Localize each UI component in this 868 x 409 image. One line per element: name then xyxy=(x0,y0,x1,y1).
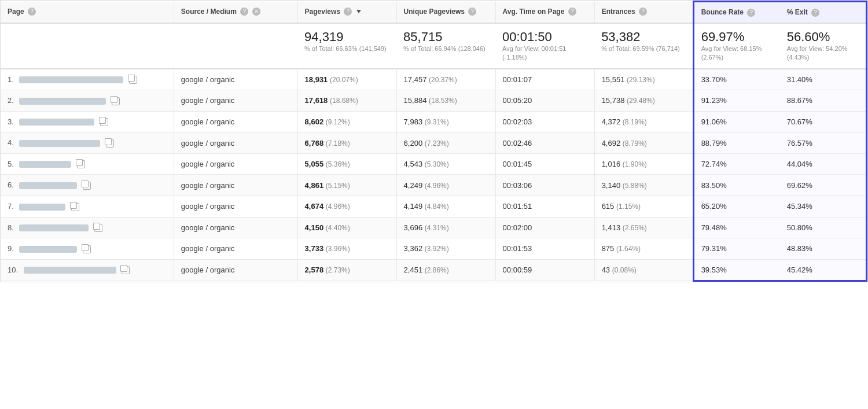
cell-unique: 3,696 (4.31%) xyxy=(396,217,495,238)
cell-entrances: 15,551 (29.13%) xyxy=(594,69,693,90)
cell-page: 5. xyxy=(1,153,174,175)
page-url-blurred[interactable] xyxy=(19,246,77,253)
cell-source: google / organic xyxy=(174,111,297,132)
copy-url-icon[interactable] xyxy=(83,245,91,253)
unique-pct: (4.96%) xyxy=(425,182,449,190)
unique-value: 3,362 xyxy=(404,244,423,253)
pageviews-value: 4,861 xyxy=(305,181,324,190)
pageviews-pct: (9.12%) xyxy=(326,118,350,126)
exit-help-icon[interactable]: ? xyxy=(811,9,819,17)
page-url-blurred[interactable] xyxy=(19,119,94,126)
source-close-icon[interactable]: ✕ xyxy=(252,8,260,16)
cell-exit: 50.80% xyxy=(780,217,867,238)
totals-avgtime-sub: Avg for View: 00:01:51 (-1.18%) xyxy=(502,45,587,62)
bounce-help-icon[interactable]: ? xyxy=(747,9,755,17)
pageviews-pct: (5.15%) xyxy=(326,182,350,190)
page-url-blurred[interactable] xyxy=(19,224,89,231)
unique-value: 17,457 xyxy=(404,75,427,84)
pageviews-sort-icon[interactable] xyxy=(356,10,361,13)
cell-entrances: 1,413 (2.65%) xyxy=(594,217,693,238)
copy-url-icon[interactable] xyxy=(83,182,91,190)
entrances-pct: (8.19%) xyxy=(623,118,647,126)
page-url-blurred[interactable] xyxy=(19,140,100,147)
totals-unique-value: 85,715 xyxy=(403,30,488,45)
row-number: 1. xyxy=(8,75,14,84)
cell-exit: 70.67% xyxy=(780,111,867,132)
col-header-source: Source / Medium ? ✕ xyxy=(174,2,297,23)
totals-source-cell xyxy=(174,23,297,69)
pageviews-value: 2,578 xyxy=(305,266,324,274)
cell-bounce: 39.53% xyxy=(693,259,780,281)
col-header-pct-exit: % Exit ? xyxy=(780,2,867,23)
page-url-blurred[interactable] xyxy=(19,161,71,168)
cell-pageviews: 3,733 (3.96%) xyxy=(297,238,396,260)
pageviews-value: 3,733 xyxy=(305,244,324,253)
entrances-value: 875 xyxy=(602,244,615,253)
cell-bounce: 65.20% xyxy=(693,196,780,217)
cell-bounce: 91.23% xyxy=(693,90,780,112)
avgtime-help-icon[interactable]: ? xyxy=(568,8,576,16)
cell-pageviews: 6,768 (7.18%) xyxy=(297,132,396,154)
table-row: 4. google / organic 6,768 (7.18%) 6,200 … xyxy=(1,132,867,154)
totals-bounce-cell: 69.97% Avg for View: 68.15% (2.67%) xyxy=(693,23,780,69)
table-row: 6. google / organic 4,861 (5.15%) 4,249 … xyxy=(1,175,867,196)
entrances-pct: (29.48%) xyxy=(627,97,655,105)
cell-source: google / organic xyxy=(174,217,297,238)
cell-source: google / organic xyxy=(174,259,297,281)
page-url-blurred[interactable] xyxy=(19,98,106,105)
cell-bounce: 79.31% xyxy=(693,238,780,260)
entrances-value: 615 xyxy=(602,202,615,211)
unique-pct: (18.53%) xyxy=(429,97,457,105)
cell-exit: 69.62% xyxy=(780,175,867,196)
page-url-blurred[interactable] xyxy=(19,76,123,83)
copy-url-icon[interactable] xyxy=(71,203,79,211)
cell-pageviews: 4,150 (4.40%) xyxy=(297,217,396,238)
cell-avgtime: 00:05:20 xyxy=(495,90,594,112)
pageviews-value: 18,931 xyxy=(305,75,328,84)
unique-pct: (4.31%) xyxy=(425,224,449,232)
cell-unique: 15,884 (18.53%) xyxy=(396,90,495,112)
table-row: 8. google / organic 4,150 (4.40%) 3,696 … xyxy=(1,217,867,238)
row-number: 8. xyxy=(8,223,14,232)
page-help-icon[interactable]: ? xyxy=(28,8,36,16)
cell-exit: 45.34% xyxy=(780,196,867,217)
unique-value: 7,983 xyxy=(404,117,423,126)
col-header-avg-time: Avg. Time on Page ? xyxy=(495,2,594,23)
cell-avgtime: 00:02:00 xyxy=(495,217,594,238)
cell-entrances: 615 (1.15%) xyxy=(594,196,693,217)
copy-url-icon[interactable] xyxy=(94,224,102,232)
totals-exit-sub: Avg for View: 54.20% (4.43%) xyxy=(787,45,859,62)
copy-url-icon[interactable] xyxy=(122,266,130,274)
copy-url-icon[interactable] xyxy=(106,139,114,148)
entrances-help-icon[interactable]: ? xyxy=(639,8,647,16)
cell-avgtime: 00:00:59 xyxy=(495,259,594,281)
page-url-blurred[interactable] xyxy=(19,182,77,189)
entrances-value: 1,016 xyxy=(602,160,621,168)
copy-url-icon[interactable] xyxy=(100,118,108,126)
cell-source: google / organic xyxy=(174,132,297,154)
unique-help-icon[interactable]: ? xyxy=(468,8,476,16)
row-number: 5. xyxy=(8,160,14,168)
table-row: 2. google / organic 17,618 (18.68%) 15,8… xyxy=(1,90,867,112)
copy-url-icon[interactable] xyxy=(112,97,120,105)
totals-avgtime-cell: 00:01:50 Avg for View: 00:01:51 (-1.18%) xyxy=(495,23,594,69)
unique-value: 4,249 xyxy=(404,181,423,190)
copy-url-icon[interactable] xyxy=(129,76,137,84)
cell-source: google / organic xyxy=(174,153,297,175)
unique-value: 6,200 xyxy=(404,139,423,148)
page-url-blurred[interactable] xyxy=(24,267,116,274)
cell-unique: 4,249 (4.96%) xyxy=(396,175,495,196)
cell-source: google / organic xyxy=(174,238,297,260)
pageviews-help-icon[interactable]: ? xyxy=(344,8,352,16)
col-header-page: Page ? xyxy=(1,2,174,23)
pageviews-value: 4,150 xyxy=(305,223,324,232)
page-url-blurred[interactable] xyxy=(19,204,65,211)
totals-bounce-sub: Avg for View: 68.15% (2.67%) xyxy=(701,45,773,62)
cell-page: 7. xyxy=(1,196,174,217)
cell-exit: 45.42% xyxy=(780,259,867,281)
entrances-pct: (0.08%) xyxy=(612,266,637,274)
source-help-icon[interactable]: ? xyxy=(240,8,248,16)
unique-pct: (3.92%) xyxy=(425,245,449,253)
copy-url-icon[interactable] xyxy=(77,160,85,168)
pageviews-pct: (18.68%) xyxy=(330,97,358,105)
